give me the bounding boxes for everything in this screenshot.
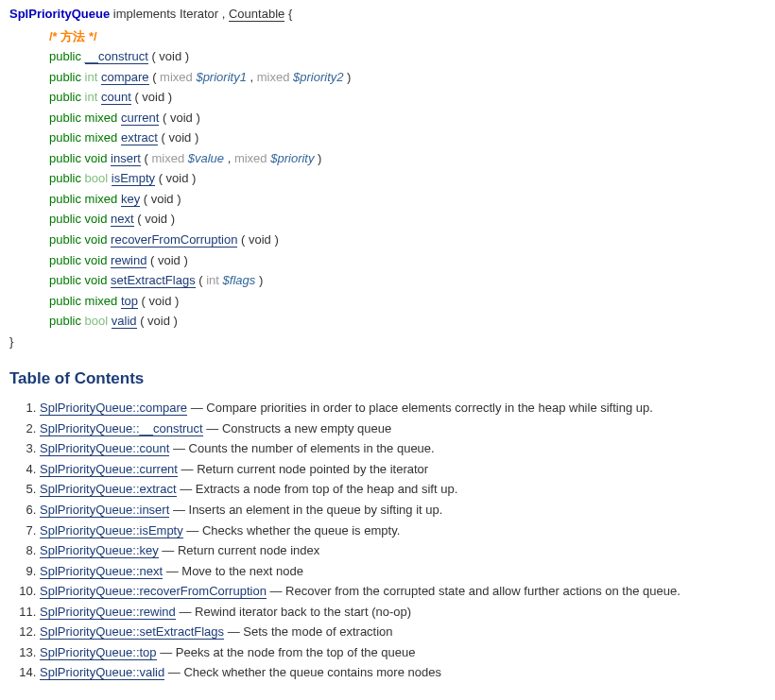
toc-item: SplPriorityQueue::count — Counts the num… <box>40 440 766 457</box>
toc-desc: Return current node index <box>178 543 319 557</box>
toc-desc: Sets the mode of extraction <box>243 624 392 639</box>
return-type: mixed <box>85 192 118 206</box>
method-row: public mixed current ( void ) <box>49 110 766 127</box>
modifier: public <box>49 232 81 247</box>
toc-link[interactable]: SplPriorityQueue::compare <box>40 401 187 416</box>
toc-header: Table of Contents <box>9 368 766 390</box>
modifier: public <box>49 70 81 84</box>
toc-link[interactable]: SplPriorityQueue::top <box>40 645 157 660</box>
method-name[interactable]: setExtractFlags <box>111 273 196 288</box>
toc-link[interactable]: SplPriorityQueue::__construct <box>40 421 203 436</box>
modifier: public <box>49 314 81 328</box>
toc-link[interactable]: SplPriorityQueue::extract <box>40 482 177 497</box>
method-row: public mixed key ( void ) <box>49 191 766 208</box>
toc-item: SplPriorityQueue::extract — Extracts a n… <box>40 481 766 498</box>
method-name[interactable]: __construct <box>85 49 148 64</box>
toc-item: SplPriorityQueue::recoverFromCorruption … <box>40 583 766 600</box>
modifier: public <box>49 151 81 165</box>
toc-link[interactable]: SplPriorityQueue::count <box>40 441 169 456</box>
method-params: ( void ) <box>134 212 175 226</box>
method-name[interactable]: current <box>121 111 159 126</box>
toc-item: SplPriorityQueue::rewind — Rewind iterat… <box>40 604 766 621</box>
toc-dash: — <box>157 645 176 659</box>
method-row: public bool valid ( void ) <box>49 313 766 330</box>
toc-item: SplPriorityQueue::compare — Compare prio… <box>40 400 766 417</box>
method-name[interactable]: rewind <box>111 253 146 268</box>
toc-dash: — <box>267 584 285 598</box>
method-name[interactable]: top <box>121 294 138 309</box>
method-params: ( int $flags ) <box>196 273 264 287</box>
method-params: ( mixed $value , mixed $priority ) <box>141 151 322 165</box>
toc-dash: — <box>169 503 188 517</box>
return-type: mixed <box>85 294 118 308</box>
method-name[interactable]: count <box>101 90 131 105</box>
method-name[interactable]: recoverFromCorruption <box>111 232 237 248</box>
toc-link[interactable]: SplPriorityQueue::isEmpty <box>40 523 183 538</box>
toc-link[interactable]: SplPriorityQueue::key <box>40 543 159 558</box>
method-row: public void setExtractFlags ( int $flags… <box>49 272 766 289</box>
return-type: int <box>85 90 98 104</box>
toc-desc: Peeks at the node from the top of the qu… <box>176 645 416 659</box>
toc-link[interactable]: SplPriorityQueue::current <box>40 462 178 477</box>
method-row: public void insert ( mixed $value , mixe… <box>49 150 766 167</box>
toc-item: SplPriorityQueue::current — Return curre… <box>40 461 766 478</box>
close-brace: } <box>9 333 766 350</box>
methods-block: /* 方法 */ public __construct ( void )publ… <box>49 28 766 330</box>
toc-dash: — <box>176 605 195 619</box>
modifier: public <box>49 294 81 308</box>
method-name[interactable]: isEmpty <box>112 171 155 186</box>
method-params: ( void ) <box>140 192 181 206</box>
method-name[interactable]: next <box>111 212 134 227</box>
method-params: ( void ) <box>159 111 199 125</box>
methods-comment: /* 方法 */ <box>49 28 766 45</box>
toc-item: SplPriorityQueue::insert — Inserts an el… <box>40 502 766 519</box>
toc-desc: Recover from the corrupted state and all… <box>285 584 680 598</box>
method-row: public void next ( void ) <box>49 211 766 228</box>
return-type: bool <box>85 314 109 328</box>
toc-desc: Constructs a new empty queue <box>222 421 391 435</box>
method-name[interactable]: valid <box>112 314 137 329</box>
method-row: public mixed top ( void ) <box>49 293 766 310</box>
return-type: void <box>85 151 108 165</box>
toc-dash: — <box>187 401 206 415</box>
method-name[interactable]: compare <box>101 70 149 85</box>
toc-link[interactable]: SplPriorityQueue::rewind <box>40 605 176 620</box>
method-name[interactable]: insert <box>111 151 141 166</box>
toc-link[interactable]: SplPriorityQueue::insert <box>40 503 169 518</box>
toc-dash: — <box>177 482 196 496</box>
toc-item: SplPriorityQueue::next — Move to the nex… <box>40 563 766 580</box>
method-row: public int count ( void ) <box>49 89 766 106</box>
toc-item: SplPriorityQueue::key — Return current n… <box>40 542 766 559</box>
return-type: void <box>85 253 108 267</box>
toc-desc: Extracts a node from top of the heap and… <box>196 482 458 496</box>
toc-desc: Rewind iterator back to the start (no-op… <box>195 605 411 619</box>
toc-dash: — <box>178 462 197 476</box>
method-name[interactable]: key <box>121 192 140 207</box>
modifier: public <box>49 111 81 125</box>
toc-link[interactable]: SplPriorityQueue::recoverFromCorruption <box>40 584 267 599</box>
open-brace: { <box>288 7 292 21</box>
toc-desc: Move to the next node <box>181 564 303 578</box>
toc-dash: — <box>169 441 188 455</box>
method-row: public mixed extract ( void ) <box>49 129 766 146</box>
return-type: void <box>85 212 108 226</box>
method-params: ( mixed $priority1 , mixed $priority2 ) <box>149 70 352 84</box>
interface-iterator: Iterator <box>180 7 218 21</box>
modifier: public <box>49 171 81 185</box>
toc-item: SplPriorityQueue::top — Peeks at the nod… <box>40 644 766 661</box>
method-row: public __construct ( void ) <box>49 48 766 65</box>
interface-countable[interactable]: Countable <box>229 7 284 22</box>
return-type: void <box>85 232 108 247</box>
toc-dash: — <box>224 624 243 639</box>
method-name[interactable]: extract <box>121 130 158 145</box>
toc-link[interactable]: SplPriorityQueue::valid <box>40 665 164 680</box>
toc-link[interactable]: SplPriorityQueue::setExtractFlags <box>40 624 224 640</box>
toc-dash: — <box>159 543 178 557</box>
method-params: ( void ) <box>148 49 189 63</box>
class-header: SplPriorityQueue implements Iterator , C… <box>9 6 766 23</box>
class-synopsis: SplPriorityQueue implements Iterator , C… <box>9 6 766 350</box>
toc-link[interactable]: SplPriorityQueue::next <box>40 564 163 579</box>
toc-dash: — <box>203 421 222 435</box>
return-type: void <box>85 273 108 287</box>
modifier: public <box>49 273 81 287</box>
